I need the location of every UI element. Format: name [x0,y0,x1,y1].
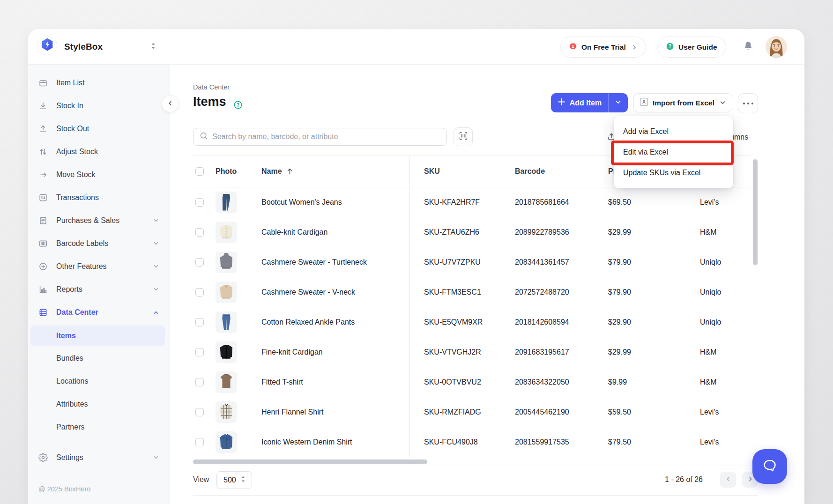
frozen-column-divider [409,307,410,337]
menu-item-edit-via-excel[interactable]: Edit via Excel [614,142,733,163]
sidebar-subitem-label: Items [56,332,76,340]
previous-page-button[interactable] [720,472,736,488]
sidebar-subitem-items[interactable]: Items [30,326,165,346]
item-name: Fine-knit Cardigan [261,337,323,367]
table-row[interactable]: Cashmere Sweater - V-neck SKU-FTM3ESC1 2… [193,277,751,307]
row-checkbox[interactable] [195,228,204,237]
sidebar-item-label: Purchases & Sales [56,216,119,225]
free-trial-button[interactable]: 1 On Free Trial [560,37,646,58]
avatar-image [766,51,787,58]
app-window: StyleBox 1 On Free Trial ? User Guide [28,29,804,504]
sidebar-item-move-stock[interactable]: Move Stock [28,163,170,186]
item-price: $79.90 [608,247,631,277]
item-name: Henri Flannel Shirt [261,397,324,427]
table-row[interactable]: Fine-knit Cardigan SKU-VTVGHJ2R 20916831… [193,337,751,367]
stock-in-icon [38,101,48,111]
sidebar-subitem-partners[interactable]: Partners [30,415,165,438]
frozen-column-divider [409,187,410,217]
trial-badge-icon: 1 [569,43,577,52]
import-dropdown-menu: Add via ExcelEdit via ExcelUpdate SKUs v… [614,116,733,188]
chat-support-button[interactable] [752,449,787,484]
search-bar [193,128,447,146]
sidebar-item-stock-in[interactable]: Stock In [28,94,170,117]
column-header-sku[interactable]: SKU [424,156,440,187]
sidebar-item-adjust-stock[interactable]: Adjust Stock [28,140,170,163]
copyright-text: @ 2025 BoxHero [38,485,90,493]
search-input[interactable] [212,133,440,141]
item-sku: SKU-KFA2HR7F [424,187,480,217]
select-all-checkbox[interactable] [195,167,204,176]
more-actions-button[interactable] [738,93,758,113]
transactions-icon [38,193,48,202]
sidebar-item-data-center[interactable]: Data Center [28,301,170,324]
vertical-scrollbar-thumb[interactable] [753,159,758,265]
sidebar-item-label: Move Stock [56,170,96,179]
horizontal-scrollbar-thumb[interactable] [193,460,427,464]
table-row[interactable]: Henri Flannel Shirt SKU-RMZFIADG 2005445… [193,397,751,427]
item-sku: SKU-FCU490J8 [424,427,478,457]
row-checkbox[interactable] [195,318,204,326]
row-checkbox[interactable] [195,258,204,267]
sidebar-item-barcode-labels[interactable]: Barcode Labels [28,232,170,255]
reports-icon [38,285,48,294]
table-row[interactable]: Bootcut Women's Jeans SKU-KFA2HR7F 20187… [193,187,751,217]
row-checkbox[interactable] [195,348,204,356]
table-row[interactable]: Cashmere Sweater - Turtleneck SKU-U7V7ZP… [193,247,751,277]
table-row[interactable]: Fitted T-shirt SKU-0OTVBVU2 208363432205… [193,367,751,397]
row-checkbox[interactable] [195,438,204,446]
item-brand: H&M [700,337,717,367]
page-size-select[interactable]: 500 [216,471,252,489]
sidebar-item-transactions[interactable]: Transactions [28,186,170,209]
main-content: Data Center Items ? Add Item X Import fr… [170,65,804,504]
help-icon[interactable]: ? [234,101,242,109]
user-guide-button[interactable]: ? User Guide [657,37,726,58]
sidebar-item-reports[interactable]: Reports [28,278,170,301]
sidebar-item-other-features[interactable]: Other Features [28,255,170,278]
chevron-down-icon [153,455,159,460]
sidebar-item-stock-out[interactable]: Stock Out [28,117,170,140]
sidebar-collapse-button[interactable] [162,95,179,112]
sidebar-item-label: Data Center [56,308,98,317]
sidebar-subitem-locations[interactable]: Locations [30,370,165,393]
import-from-excel-button[interactable]: X Import from Excel [633,93,732,112]
add-item-button[interactable]: Add Item [551,93,608,112]
user-avatar[interactable] [766,36,787,58]
sidebar-subitem-attributes[interactable]: Attributes [30,393,165,415]
row-checkbox[interactable] [195,408,204,416]
notifications-button[interactable] [742,40,755,53]
menu-item-add-via-excel[interactable]: Add via Excel [614,121,733,142]
add-item-dropdown-button[interactable] [609,93,628,112]
item-photo [216,192,237,213]
menu-item-update-skus-via-excel[interactable]: Update SKUs via Excel [614,163,733,183]
sidebar-item-purchases-sales[interactable]: Purchases & Sales [28,209,170,232]
item-sku: SKU-0OTVBVU2 [424,367,481,397]
column-header-barcode[interactable]: Barcode [515,156,545,187]
app-logo [37,35,57,55]
adjust-icon [38,147,48,156]
row-checkbox[interactable] [195,378,204,386]
sidebar-subitem-bundles[interactable]: Bundles [30,347,165,370]
item-barcode: 2083634322050 [515,367,569,397]
sidebar-subitem-label: Attributes [56,400,88,408]
item-photo [216,222,237,243]
frozen-column-divider [409,397,410,427]
column-header-name[interactable]: Name [261,156,293,187]
question-badge-icon: ? [666,43,674,52]
ellipsis-dot [747,103,749,104]
workspace-switcher-button[interactable] [150,29,156,65]
column-header-photo[interactable]: Photo [216,156,237,187]
table-row[interactable]: Cotton Relaxed Ankle Pants SKU-E5QVM9XR … [193,307,751,337]
move-icon [38,170,48,179]
table-row[interactable]: Iconic Western Denim Shirt SKU-FCU490J8 … [193,427,751,457]
chevron-up-icon [153,310,159,315]
row-checkbox[interactable] [195,198,204,207]
sidebar-item-label: Stock In [56,102,83,110]
sidebar-item-item-list[interactable]: Item List [28,71,170,94]
table-row[interactable]: Cable-knit Cardigan SKU-ZTAU6ZH6 2089922… [193,217,751,247]
sidebar-item-label: Barcode Labels [56,239,108,248]
item-photo [216,311,237,333]
barcode-scan-button[interactable] [454,127,473,146]
row-checkbox[interactable] [195,288,204,296]
breadcrumb: Data Center [193,83,230,91]
sidebar-item-settings[interactable]: Settings [28,446,170,469]
